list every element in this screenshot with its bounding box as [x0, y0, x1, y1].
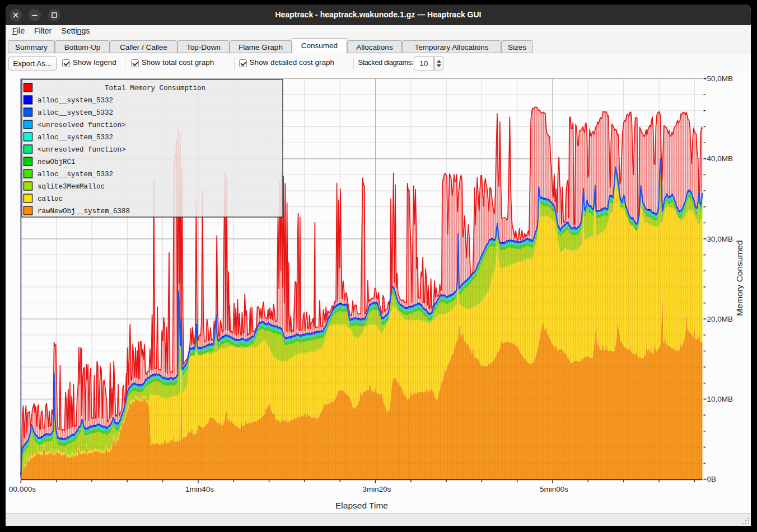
svg-text:Memory Consumed: Memory Consumed	[735, 240, 744, 316]
svg-text:alloc__system_5332: alloc__system_5332	[38, 134, 113, 142]
svg-text:newObjRC1: newObjRC1	[38, 158, 76, 166]
svg-text:Total Memory Consumption: Total Memory Consumption	[105, 84, 205, 92]
svg-text:40,0MB: 40,0MB	[707, 154, 733, 163]
svg-text:3min20s: 3min20s	[362, 485, 391, 493]
svg-text:<unresolved function>: <unresolved function>	[38, 146, 126, 154]
svg-text:sqlite3MemMalloc: sqlite3MemMalloc	[38, 183, 105, 191]
svg-text:00.000s: 00.000s	[9, 485, 36, 493]
svg-text:50,0MB: 50,0MB	[707, 74, 733, 83]
svg-text:10,0MB: 10,0MB	[707, 395, 733, 403]
svg-text:rawNewObj__system_6388: rawNewObj__system_6388	[38, 208, 130, 215]
svg-text:20,0MB: 20,0MB	[707, 315, 733, 323]
svg-text:5min00s: 5min00s	[540, 485, 568, 493]
svg-text:30,0MB: 30,0MB	[707, 235, 733, 243]
svg-text:0B: 0B	[707, 475, 717, 483]
svg-text:Elapsed Time: Elapsed Time	[335, 501, 388, 510]
svg-text:calloc: calloc	[38, 195, 63, 203]
svg-text:alloc__system_5332: alloc__system_5332	[38, 97, 113, 105]
svg-text:<unresolved function>: <unresolved function>	[38, 121, 126, 129]
svg-text:alloc__system_5332: alloc__system_5332	[38, 171, 113, 178]
svg-text:1min40s: 1min40s	[185, 485, 214, 493]
svg-text:alloc__system_5332: alloc__system_5332	[38, 109, 113, 117]
